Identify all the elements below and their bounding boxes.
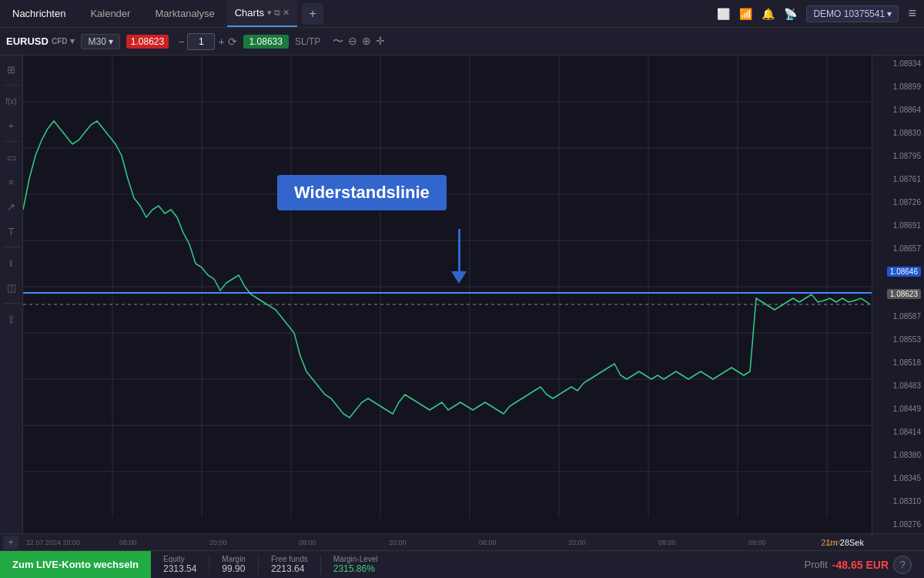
time-label-1: 22.07.2024 20:00: [26, 539, 80, 546]
bottom-bar: Zum LIVE-Konto wechseln Equity 2313.54 M…: [0, 550, 924, 578]
refresh-icon[interactable]: ⟳: [228, 35, 237, 48]
margin-value: 99.90: [222, 563, 246, 574]
minus-icon[interactable]: −: [178, 35, 184, 48]
price-level-4: 1.08830: [874, 128, 921, 139]
price-level-9: 1.08587: [874, 311, 921, 322]
nav-right: ⬜ 📶 🔔 📡 DEMO 10375541 ▾ ≡: [717, 5, 924, 22]
price-level-5: 1.08795: [874, 151, 921, 162]
settings-icon[interactable]: ✛: [376, 35, 385, 49]
price-level-15: 1.08380: [874, 450, 921, 461]
curve-icon[interactable]: 〜: [333, 35, 343, 49]
symbol-info: EURUSD CFD ▾: [6, 35, 75, 47]
function-icon[interactable]: f(x): [2, 92, 21, 110]
sidebar-divider-4: [4, 303, 19, 304]
sltp-label[interactable]: SL/TP: [295, 36, 320, 47]
margin-stat: Margin 99.90: [209, 555, 259, 574]
bell-icon[interactable]: 🔔: [762, 8, 775, 20]
sidebar-divider-2: [4, 141, 19, 142]
symbol-type: CFD: [52, 37, 68, 45]
equity-label: Equity: [163, 555, 196, 563]
lines-icon[interactable]: ≡: [2, 173, 21, 191]
free-funds-label: Free funds: [271, 555, 308, 563]
annotation-box: Widerstandslinie: [277, 175, 447, 210]
margin-level-value: 2315.86%: [333, 563, 378, 574]
time-label-7: 20:00: [568, 539, 586, 546]
grid-icon[interactable]: ⊞: [2, 60, 21, 79]
sidebar-divider-3: [4, 247, 19, 247]
time-label-2: 08:00: [119, 539, 137, 546]
left-sidebar: ⊞ f(x) + ▭ ≡ ↗ T ⫿ ◫ ⇪: [0, 55, 23, 533]
price-level-resistance: 1.08657: [874, 244, 921, 254]
sidebar-divider-1: [4, 85, 19, 86]
add-tab-button[interactable]: +: [302, 3, 323, 25]
quantity-input[interactable]: [187, 33, 215, 50]
price-level-8: 1.08691: [874, 220, 921, 231]
margin-label: Margin: [222, 555, 246, 563]
chart-header: EURUSD CFD ▾ M30 ▾ 1.08623 − + ⟳ 1.08633…: [0, 28, 924, 55]
hamburger-icon[interactable]: ≡: [908, 5, 916, 22]
chart-svg: [23, 55, 872, 533]
margin-level-stat: Margin-Level 2315.86%: [321, 555, 390, 574]
price-level-6: 1.08761: [874, 174, 921, 185]
magnify-icon[interactable]: ⊖: [348, 35, 357, 49]
price-level-18: 1.08276: [874, 519, 921, 530]
nav-nachrichten[interactable]: Nachrichten: [0, 0, 78, 27]
resistance-price-badge: 1.08646: [874, 267, 921, 277]
live-account-button[interactable]: Zum LIVE-Konto wechseln: [0, 551, 151, 578]
current-price-badge: 1.08623: [126, 35, 169, 49]
top-nav: Nachrichten Kalender Marktanalyse Charts…: [0, 0, 924, 28]
price-level-17: 1.08310: [874, 496, 921, 507]
plus-icon[interactable]: +: [218, 35, 224, 48]
zoom-in-icon[interactable]: ⊕: [362, 35, 371, 49]
price-level-10: 1.08553: [874, 334, 921, 345]
time-label-8: 08:00: [658, 539, 676, 546]
price-axis: 1.08934 1.08899 1.08864 1.08830 1.08795 …: [872, 55, 924, 533]
time-label-5: 20:00: [389, 539, 407, 546]
demo-account-badge[interactable]: DEMO 10375541 ▾: [806, 5, 899, 22]
arrow-icon[interactable]: ↗: [2, 197, 21, 216]
timeframe-chevron: ▾: [109, 36, 113, 47]
time-label-9: 09:00: [748, 539, 766, 546]
profit-label: Profit: [805, 559, 828, 570]
order-controls: − + ⟳: [178, 33, 236, 50]
nav-kalender[interactable]: Kalender: [78, 0, 142, 27]
time-axis: + 22.07.2024 20:00 08:00 20:00 08:00 20:…: [0, 533, 924, 550]
equity-stat: Equity 2313.54: [151, 555, 209, 574]
profit-area: Profit -48.65 EUR ?: [805, 556, 925, 574]
nav-marktanalyse[interactable]: Marktanalyse: [142, 0, 226, 27]
layers-icon[interactable]: ◫: [2, 278, 21, 297]
margin-level-label: Margin-Level: [333, 555, 378, 563]
add-time-button[interactable]: +: [3, 536, 18, 549]
crosshair-icon[interactable]: +: [2, 116, 21, 135]
help-button[interactable]: ?: [893, 556, 912, 574]
annotation-arrow: [451, 229, 467, 284]
profit-value: -48.65 EUR: [832, 559, 889, 571]
nav-charts[interactable]: Charts ▾ ⧉ ✕: [227, 0, 297, 27]
time-label-3: 20:00: [209, 539, 227, 546]
share-icon[interactable]: ⇪: [2, 310, 21, 328]
main-chart-body: ⊞ f(x) + ▭ ≡ ↗ T ⫿ ◫ ⇪: [0, 55, 924, 533]
text-icon[interactable]: T: [2, 222, 21, 240]
chevron-down-icon[interactable]: ▾: [70, 36, 75, 46]
chart-area[interactable]: Widerstandslinie: [23, 55, 872, 533]
equity-value: 2313.54: [163, 563, 196, 574]
rectangle-icon[interactable]: ▭: [2, 148, 21, 166]
arrow-line: [458, 229, 460, 271]
svg-rect-0: [23, 55, 872, 533]
price-level-1: 1.08934: [874, 59, 921, 69]
monitor-icon[interactable]: ⬜: [717, 8, 730, 20]
timeframe-selector[interactable]: M30 ▾: [81, 34, 119, 49]
price-level-11: 1.08518: [874, 358, 921, 368]
free-funds-stat: Free funds 2213.64: [259, 555, 321, 574]
price-level-13: 1.08449: [874, 404, 921, 415]
charts-label: Charts: [235, 7, 264, 18]
arrow-head: [451, 271, 467, 284]
price-level-7: 1.08726: [874, 197, 921, 208]
price-level-16: 1.08345: [874, 473, 921, 484]
signal-icon[interactable]: 📶: [739, 8, 752, 20]
bars-icon[interactable]: ⫿: [2, 254, 21, 272]
buy-button[interactable]: 1.08633: [243, 35, 289, 49]
wifi-icon[interactable]: 📡: [784, 8, 797, 20]
price-level-2: 1.08899: [874, 82, 921, 92]
free-funds-value: 2213.64: [271, 563, 308, 574]
